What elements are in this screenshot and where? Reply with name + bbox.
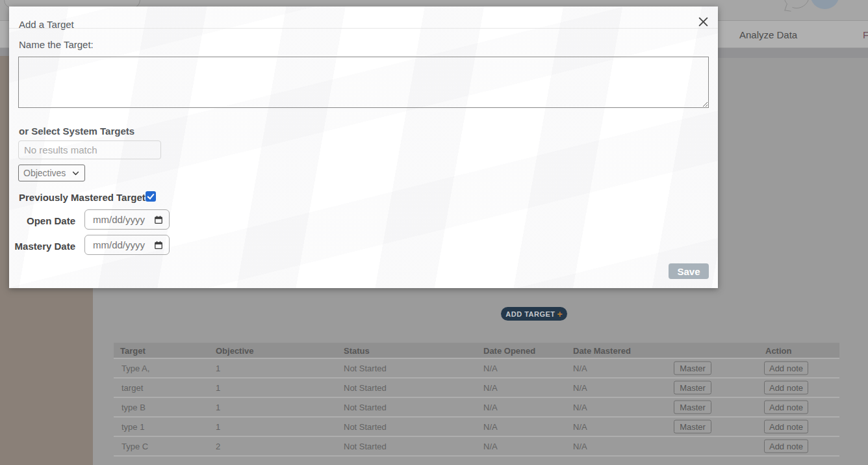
open-date-input[interactable] xyxy=(85,210,169,229)
header-action: Action xyxy=(765,345,791,355)
cell-objective: 1 xyxy=(216,422,220,432)
add-target-modal: Add a Target Name the Target: or Select … xyxy=(9,7,718,288)
targets-table: Target Objective Status Date Opened Date… xyxy=(114,343,839,457)
cell-date-opened: N/A xyxy=(483,422,498,432)
table-row: Type C 2 Not Started N/A N/A Add note xyxy=(114,436,839,455)
cell-status: Not Started xyxy=(344,403,387,412)
table-row: Type A, 1 Not Started N/A N/A Master Add… xyxy=(114,358,839,377)
header-status: Status xyxy=(344,345,370,355)
cell-date-mastered: N/A xyxy=(573,364,587,373)
target-name-textarea[interactable] xyxy=(18,57,709,108)
table-row: type B 1 Not Started N/A N/A Master Add … xyxy=(114,397,839,416)
close-icon[interactable] xyxy=(696,15,709,28)
cell-target: Type C xyxy=(121,442,148,451)
open-date-field[interactable] xyxy=(84,209,170,230)
add-note-button[interactable]: Add note xyxy=(764,362,808,375)
chevron-down-icon xyxy=(71,169,80,178)
mastery-date-label: Mastery Date xyxy=(9,241,75,252)
header-target: Target xyxy=(120,345,146,355)
master-button[interactable]: Master xyxy=(674,362,711,375)
cell-status: Not Started xyxy=(344,383,387,393)
modal-divider xyxy=(9,28,718,29)
select-system-targets-label: or Select System Targets xyxy=(19,126,134,137)
cell-target: type B xyxy=(121,403,146,412)
objectives-dropdown-value: Objectives xyxy=(23,168,66,178)
header-date-opened: Date Opened xyxy=(483,345,535,355)
add-target-button[interactable]: ADD TARGET + xyxy=(501,307,567,321)
cell-status: Not Started xyxy=(344,422,387,432)
table-row: target 1 Not Started N/A N/A Master Add … xyxy=(114,377,839,397)
open-date-label: Open Date xyxy=(9,215,75,226)
header-objective: Objective xyxy=(216,345,254,355)
plus-icon: + xyxy=(557,310,563,319)
master-button[interactable]: Master xyxy=(674,381,711,395)
nav-item-analyze-data[interactable]: Analyze Data xyxy=(739,29,797,40)
cell-objective: 1 xyxy=(216,383,220,393)
cell-date-opened: N/A xyxy=(483,442,498,451)
add-note-button[interactable]: Add note xyxy=(764,381,808,395)
cell-status: Not Started xyxy=(344,442,387,451)
mastery-date-input[interactable] xyxy=(85,235,169,254)
cell-date-opened: N/A xyxy=(483,383,498,393)
previously-mastered-label: Previously Mastered Target xyxy=(19,192,146,203)
add-target-label: ADD TARGET xyxy=(505,310,555,318)
cell-date-opened: N/A xyxy=(483,403,498,412)
mastery-date-field[interactable] xyxy=(84,235,170,255)
cell-target: Type A, xyxy=(121,364,149,373)
cell-status: Not Started xyxy=(344,364,387,373)
cell-date-mastered: N/A xyxy=(573,442,587,451)
table-row: type 1 1 Not Started N/A N/A Master Add … xyxy=(114,416,839,436)
table-header-row: Target Objective Status Date Opened Date… xyxy=(114,343,839,358)
add-note-button[interactable]: Add note xyxy=(764,440,808,453)
cell-objective: 2 xyxy=(216,442,220,451)
header-date-mastered: Date Mastered xyxy=(573,345,631,355)
cell-date-mastered: N/A xyxy=(573,422,587,432)
previously-mastered-checkbox[interactable] xyxy=(146,191,156,202)
cell-target: type 1 xyxy=(121,422,144,432)
objectives-dropdown[interactable]: Objectives xyxy=(18,165,85,181)
cell-date-opened: N/A xyxy=(483,364,498,373)
system-targets-search-input[interactable] xyxy=(18,140,161,159)
cell-target: target xyxy=(121,383,143,393)
add-note-button[interactable]: Add note xyxy=(764,401,808,414)
add-note-button[interactable]: Add note xyxy=(764,420,808,434)
cell-date-mastered: N/A xyxy=(573,403,587,412)
cell-objective: 1 xyxy=(216,403,220,412)
cell-objective: 1 xyxy=(216,364,220,373)
master-button[interactable]: Master xyxy=(674,420,711,434)
master-button[interactable]: Master xyxy=(674,401,711,414)
nav-item-partial[interactable]: F xyxy=(863,29,868,40)
cell-date-mastered: N/A xyxy=(573,383,587,393)
save-button[interactable]: Save xyxy=(669,263,709,279)
table-body: Type A, 1 Not Started N/A N/A Master Add… xyxy=(114,358,839,457)
name-target-label: Name the Target: xyxy=(19,39,94,50)
